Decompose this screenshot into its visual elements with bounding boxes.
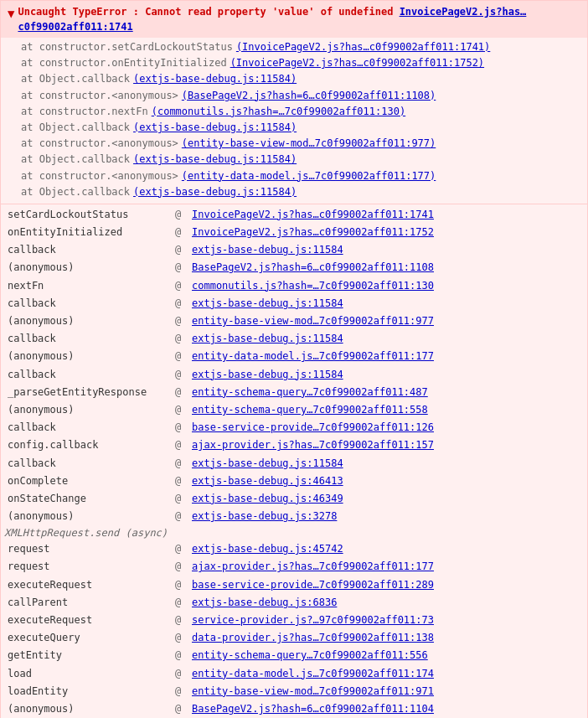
fn-link[interactable]: entity-data-model.js…7c0f99002aff011:174 [188,665,584,683]
stack-link[interactable]: (entity-base-view-mod…7c0f99002aff011:97… [182,136,436,152]
fn-name: executeRequest [4,612,172,629]
fn-link[interactable]: ajax-provider.js?has…7c0f99002aff011:157 [188,436,584,454]
fn-link[interactable]: extjs-base-debug.js:11584 [188,295,584,313]
fn-link[interactable]: extjs-base-debug.js:3278 [188,508,584,525]
table-row: callback @ extjs-base-debug.js:11584 [4,455,584,473]
error-type: Uncaught TypeError [18,6,126,18]
table-row: config.callback @ ajax-provider.js?has…7… [4,436,584,454]
fn-link[interactable]: commonutils.js?hash=…7c0f99002aff011:130 [188,277,584,295]
table-row: executeQuery @ data-provider.js?has…7c0f… [4,629,584,647]
fn-name: (anonymous) [4,313,172,330]
fn-link[interactable]: extjs-base-debug.js:46413 [188,473,584,490]
stack-line: at Object.callback (extjs-base-debug.js:… [21,152,580,168]
table-row: callParent @ extjs-base-debug.js:6836 [4,594,584,612]
table-row: request @ ajax-provider.js?has…7c0f99002… [4,558,584,576]
fn-name: callParent [4,594,172,612]
fn-link[interactable]: entity-base-view-mod…7c0f99002aff011:977 [188,313,584,330]
table-row: request @ extjs-base-debug.js:45742 [4,540,584,558]
fn-link[interactable]: extjs-base-debug.js:6836 [188,594,584,612]
call-table-section: setCardLockoutStatus @ InvoicePageV2.js?… [1,206,587,525]
at-symbol: @ [172,313,188,330]
at-symbol: @ [172,295,188,313]
table-row: loadEntity @ entity-base-view-mod…7c0f99… [4,683,584,700]
fn-link[interactable]: InvoicePageV2.js?has…c0f99002aff011:1741 [188,206,584,224]
fn-link[interactable]: entity-schema-query…7c0f99002aff011:556 [188,647,584,664]
fn-link[interactable]: entity-base-view-mod…7c0f99002aff011:971 [188,683,584,700]
fn-link[interactable]: extjs-base-debug.js:46349 [188,490,584,508]
fn-link[interactable]: BasePageV2.js?hash=6…c0f99002aff011:1108 [188,259,584,276]
table-row: callback @ extjs-base-debug.js:11584 [4,241,584,259]
at-symbol: @ [172,384,188,401]
at-symbol: @ [172,700,188,718]
table-row: load @ entity-data-model.js…7c0f99002aff… [4,665,584,683]
fn-link[interactable]: extjs-base-debug.js:11584 [188,366,584,384]
at-symbol: @ [172,366,188,384]
fn-name: callback [4,419,172,436]
stack-link[interactable]: (extjs-base-debug.js:11584) [133,71,297,87]
table-row: (anonymous) @ BasePageV2.js?hash=6…c0f99… [4,259,584,276]
fn-name: callback [4,241,172,259]
stack-line: at constructor.nextFn (commonutils.js?ha… [21,104,580,120]
stack-link[interactable]: (InvoicePageV2.js?has…c0f99002aff011:175… [230,55,484,71]
table-row: executeRequest @ base-service-provide…7c… [4,576,584,594]
fn-link[interactable]: data-provider.js?has…7c0f99002aff011:138 [188,629,584,647]
fn-link[interactable]: extjs-base-debug.js:45742 [188,540,584,558]
stack-line: at Object.callback (extjs-base-debug.js:… [21,120,580,136]
fn-name: executeRequest [4,576,172,594]
fn-name: nextFn [4,277,172,295]
stack-line: at Object.callback (extjs-base-debug.js:… [21,71,580,87]
fn-link[interactable]: service-provider.js?…97c0f99002aff011:73 [188,612,584,629]
fn-link[interactable]: base-service-provide…7c0f99002aff011:126 [188,419,584,436]
table-row: _parseGetEntityResponse @ entity-schema-… [4,384,584,401]
fn-link[interactable]: entity-data-model.js…7c0f99002aff011:177 [188,348,584,365]
fn-link[interactable]: ajax-provider.js?has…7c0f99002aff011:177 [188,558,584,576]
at-symbol: @ [172,277,188,295]
fn-link[interactable]: base-service-provide…7c0f99002aff011:289 [188,576,584,594]
fn-link[interactable]: extjs-base-debug.js:11584 [188,330,584,348]
table-row: setCardLockoutStatus @ InvoicePageV2.js?… [4,206,584,224]
at-symbol: @ [172,241,188,259]
fn-link[interactable]: extjs-base-debug.js:11584 [188,455,584,473]
stack-link[interactable]: (extjs-base-debug.js:11584) [133,152,297,168]
fn-name: _parseGetEntityResponse [4,384,172,401]
at-symbol: @ [172,665,188,683]
fn-link[interactable]: entity-schema-query…7c0f99002aff011:558 [188,401,584,419]
at-symbol: @ [172,330,188,348]
fn-link[interactable]: InvoicePageV2.js?has…c0f99002aff011:1752 [188,224,584,241]
table-row: callback @ extjs-base-debug.js:11584 [4,330,584,348]
fn-link[interactable]: extjs-base-debug.js:11584 [188,241,584,259]
fn-link[interactable]: BasePageV2.js?hash=6…c0f99002aff011:1104 [188,700,584,718]
error-colon: : [133,6,145,18]
stack-link[interactable]: (commonutils.js?hash=…7c0f99002aff011:13… [152,104,405,120]
error-title: Uncaught TypeError : Cannot read propert… [18,4,580,34]
fn-name: config.callback [4,436,172,454]
at-symbol: @ [172,540,188,558]
stack-link[interactable]: (entity-data-model.js…7c0f99002aff011:17… [182,168,436,184]
stack-line: at Object.callback (extjs-base-debug.js:… [21,184,580,200]
table-row: (anonymous) @ BasePageV2.js?hash=6…c0f99… [4,700,584,718]
stack-trace: at constructor.setCardLockoutStatus (Inv… [1,38,587,202]
stack-link[interactable]: (BasePageV2.js?hash=6…c0f99002aff011:110… [182,88,436,104]
at-symbol: @ [172,490,188,508]
stack-link[interactable]: (InvoicePageV2.js?has…c0f99002aff011:174… [236,39,490,55]
fn-name: (anonymous) [4,508,172,525]
fn-name: load [4,665,172,683]
stack-link[interactable]: (extjs-base-debug.js:11584) [133,184,297,200]
fn-name: callback [4,330,172,348]
at-symbol: @ [172,594,188,612]
at-symbol: @ [172,455,188,473]
stack-link[interactable]: (extjs-base-debug.js:11584) [133,120,297,136]
at-symbol: @ [172,508,188,525]
table-row: executeRequest @ service-provider.js?…97… [4,612,584,629]
fn-name: callback [4,455,172,473]
table-row: (anonymous) @ entity-schema-query…7c0f99… [4,401,584,419]
at-symbol: @ [172,206,188,224]
fn-name: callback [4,366,172,384]
async1-section: request @ extjs-base-debug.js:45742 requ… [1,540,587,718]
at-symbol: @ [172,259,188,276]
fn-link[interactable]: entity-schema-query…7c0f99002aff011:487 [188,384,584,401]
at-symbol: @ [172,629,188,647]
at-symbol: @ [172,348,188,365]
at-symbol: @ [172,576,188,594]
fn-name: executeQuery [4,629,172,647]
